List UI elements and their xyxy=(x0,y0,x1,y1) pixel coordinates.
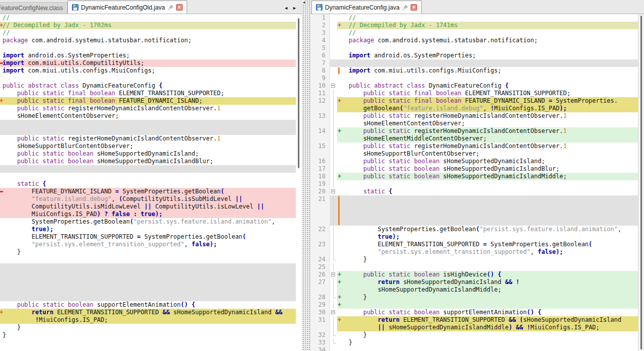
code-text: sHomeElementMiddleContentObserver; xyxy=(343,135,638,143)
code-text: ComputilityUtils.isMidLowLevel || Comput… xyxy=(0,203,296,210)
marker-gutter xyxy=(337,82,343,90)
left-editor-scrollbar xyxy=(296,14,302,351)
code-text xyxy=(0,44,296,52)
code-text xyxy=(0,256,296,263)
code-text: public static boolean sHomeSupportedDyna… xyxy=(343,158,638,165)
code-text: public static boolean sHomeSupportedDyna… xyxy=(0,158,296,165)
code-line: 27 return sHomeSupportedDynamicIsland &&… xyxy=(310,278,638,286)
code-line: 26 public static boolean isHighDevice() … xyxy=(310,271,638,278)
code-line: } xyxy=(0,331,296,339)
code-text: MiuiConfigs.IS_PAD) ? false : true); xyxy=(0,210,296,218)
code-text: import com.miui.utils.configs.MiuiConfig… xyxy=(0,67,296,75)
tab-scroll-right-icon[interactable]: ► xyxy=(292,6,297,11)
fold-gutter xyxy=(330,241,337,248)
marker-gutter xyxy=(337,143,343,150)
line-number: 18 xyxy=(310,173,330,180)
code-text: public static boolean supportElementAnim… xyxy=(0,301,296,309)
line-number: 1 xyxy=(310,14,330,22)
diff-removed-marker xyxy=(0,188,4,195)
code-line: 4package com.android.systemui.statusbar.… xyxy=(310,37,638,44)
code-text: sHomeElementContentObserver; xyxy=(343,120,638,127)
code-line: public static boolean sHomeSupportedDyna… xyxy=(0,158,296,165)
fold-gutter xyxy=(330,301,337,309)
marker-gutter xyxy=(337,52,343,59)
marker-gutter xyxy=(337,105,343,112)
marker-gutter xyxy=(337,75,343,82)
code-text: true); xyxy=(343,233,638,241)
marker-gutter xyxy=(337,59,343,67)
line-number: 16 xyxy=(310,158,330,165)
fold-gutter xyxy=(330,256,337,263)
code-line: sHomeElementMiddleContentObserver; xyxy=(310,135,638,143)
tab-scroll-buttons: ◄ ► xyxy=(284,6,302,14)
code-text xyxy=(343,44,638,52)
diff-added-marker xyxy=(337,301,343,309)
code-line: 24 } xyxy=(310,256,638,263)
code-text: sHomeElementContentObserver; xyxy=(0,112,296,120)
code-line: import com.miui.utils.configs.MiuiConfig… xyxy=(0,67,296,75)
code-text: || sHomeSupportedDynamicIslandMiddle) &&… xyxy=(343,324,638,331)
close-icon[interactable]: × xyxy=(176,4,183,11)
diff-removed-marker xyxy=(0,59,4,67)
diff-changed-marker xyxy=(0,22,4,29)
code-text: public static registerHomeDynamicIslandC… xyxy=(0,105,296,112)
line-number xyxy=(310,105,330,112)
code-text xyxy=(343,59,638,67)
code-text: } xyxy=(343,256,638,263)
line-number: 11 xyxy=(310,90,330,97)
splitter-collapse-left-icon[interactable]: ◂ xyxy=(303,1,305,5)
tab-featureconfignew[interactable]: FeatureConfigNew.class xyxy=(0,2,67,14)
code-line: 16 public static boolean sHomeSupportedD… xyxy=(310,158,638,165)
code-line: 19 xyxy=(310,180,638,188)
tab-dynamicfeatureconfig[interactable]: DynamicFeatureConfig.java × xyxy=(311,1,422,14)
close-icon[interactable]: × xyxy=(411,4,417,11)
panel-splitter[interactable]: ◂ xyxy=(302,0,310,351)
scrollbar-thumb[interactable] xyxy=(640,16,642,349)
code-text: public static boolean sHomeSupportedDyna… xyxy=(0,150,296,158)
fold-gutter xyxy=(330,286,337,294)
fold-toggle-icon[interactable] xyxy=(330,82,337,90)
line-number: 22 xyxy=(310,226,330,233)
code-line: 8import com.miui.utils.configs.MiuiConfi… xyxy=(310,67,638,75)
scrollbar-thumb[interactable] xyxy=(298,18,299,168)
code-line: sHomeSupportedDynamicIslandMiddle; xyxy=(310,286,638,294)
code-line: 5 xyxy=(310,44,638,52)
right-editor-scrollbar xyxy=(638,14,644,351)
tab-scroll-left-icon[interactable]: ◄ xyxy=(284,6,288,11)
marker-gutter xyxy=(337,90,343,97)
tab-dynamicfeatureconfigold[interactable]: DynamicFeatureConfigOld.java × xyxy=(67,1,187,14)
code-line: // Decompiled by Jadx - 1702ms xyxy=(0,22,296,29)
line-number: 8 xyxy=(310,67,330,75)
code-text: import com.miui.utils.ComputilityUtils; xyxy=(0,59,296,67)
code-text: public static final boolean ELEMENT_TRAN… xyxy=(0,90,296,97)
code-text: import com.miui.utils.configs.MiuiConfig… xyxy=(343,67,638,75)
code-line: MiuiConfigs.IS_PAD) ? false : true); xyxy=(0,210,296,218)
code-line: 33} xyxy=(310,339,638,346)
fold-gutter xyxy=(330,67,337,75)
fold-toggle-icon[interactable] xyxy=(330,271,337,278)
code-text xyxy=(0,120,296,135)
fold-gutter xyxy=(330,324,337,331)
pin-icon[interactable] xyxy=(402,5,408,11)
code-line: public abstract class DynamicFeatureConf… xyxy=(0,82,296,90)
fold-toggle-icon[interactable] xyxy=(330,188,337,195)
code-line: } xyxy=(0,324,296,331)
marker-gutter xyxy=(337,150,343,158)
line-number: 32 xyxy=(310,331,330,339)
code-text: public static registerHomeDynamicIslandC… xyxy=(343,143,638,150)
code-text: sHomeSupportBlurContentObserver; xyxy=(343,150,638,158)
line-number: 25 xyxy=(310,263,330,271)
code-text: !MiuiConfigs.IS_PAD; xyxy=(0,316,296,324)
fold-gutter xyxy=(330,143,337,150)
marker-gutter xyxy=(337,29,343,37)
line-number: 7 xyxy=(310,59,330,67)
code-line: return ELEMENT_TRANSITION_SUPPORTED && s… xyxy=(0,309,296,316)
line-number: 17 xyxy=(310,165,330,173)
marker-gutter xyxy=(337,180,343,188)
code-line: 22 SystemProperties.getBoolean("persist.… xyxy=(310,226,638,233)
fold-toggle-icon[interactable] xyxy=(330,309,337,316)
line-number: 2 xyxy=(310,22,330,29)
pin-icon[interactable] xyxy=(168,5,174,11)
diff-changed-marker xyxy=(0,97,4,105)
code-line: 25 xyxy=(310,263,638,271)
